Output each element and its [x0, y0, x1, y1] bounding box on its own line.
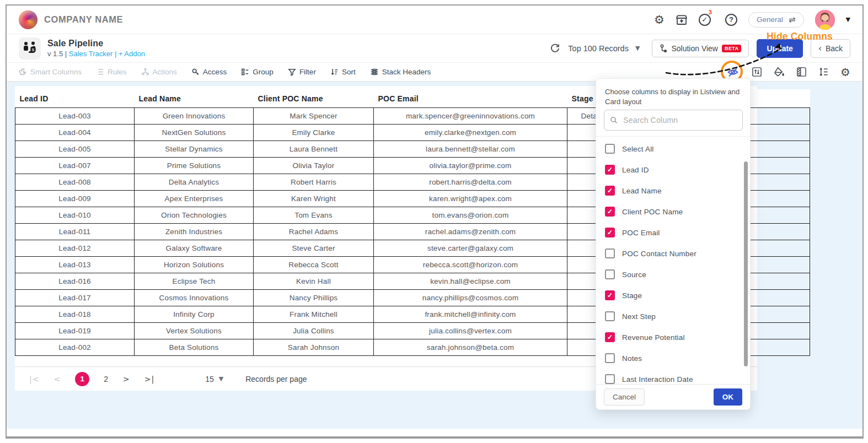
refresh-icon[interactable] [550, 43, 560, 53]
checkbox-checked-icon[interactable]: ✓ [605, 165, 615, 175]
tasks-icon[interactable]: ✓ 3 [699, 14, 714, 26]
table-cell[interactable]: Delta Analytics [135, 174, 254, 191]
table-cell[interactable]: mark.spencer@greeninnovations.com [374, 108, 567, 125]
column-search-input[interactable] [622, 115, 737, 125]
filter-button[interactable]: Filter [288, 68, 316, 76]
table-cell[interactable]: sarah.johnson@beta.com [374, 339, 567, 356]
checkbox-checked-icon[interactable]: ✓ [605, 186, 615, 196]
column-option[interactable]: Select All [605, 138, 740, 159]
table-cell[interactable]: Lead-016 [15, 273, 135, 290]
table-cell[interactable]: Laura Bennett [254, 141, 374, 158]
column-option[interactable]: Notes [605, 348, 740, 369]
table-cell[interactable]: Infinity Corp [135, 306, 254, 323]
profile-caret-icon[interactable]: ▼ [846, 16, 850, 23]
table-cell[interactable]: emily.clarke@nextgen.com [374, 125, 567, 141]
table-cell[interactable]: Kevin Hall [254, 273, 374, 290]
ok-button[interactable]: OK [714, 388, 742, 406]
rules-button[interactable]: Rules [96, 68, 127, 76]
records-scope-dropdown[interactable]: Top 100 Records ▼ [568, 44, 640, 53]
access-button[interactable]: Access [191, 68, 227, 76]
table-cell[interactable]: Mark Spencer [254, 108, 374, 125]
checkbox-unchecked-icon[interactable] [605, 269, 615, 279]
column-option[interactable]: Next Step [605, 306, 740, 327]
column-option[interactable]: ✓Client POC Name [605, 201, 740, 222]
table-cell[interactable]: Cosmos Innovations [135, 290, 254, 306]
checkbox-unchecked-icon[interactable] [605, 144, 615, 154]
checkbox-unchecked-icon[interactable] [605, 374, 615, 384]
table-cell[interactable]: Horizon Solutions [135, 257, 254, 273]
table-cell[interactable]: Lead-011 [15, 224, 135, 240]
table-cell[interactable]: Steve Carter [254, 240, 374, 257]
checkbox-unchecked-icon[interactable] [605, 311, 615, 321]
hide-columns-button[interactable] [726, 65, 740, 79]
table-cell[interactable]: Lead-019 [15, 323, 135, 339]
help-icon[interactable]: ? [725, 14, 737, 26]
table-cell[interactable]: Lead-013 [15, 257, 135, 273]
table-cell[interactable]: Nancy Phillips [254, 290, 374, 306]
group-button[interactable]: Group [241, 68, 274, 76]
table-cell[interactable]: Zenith Industries [135, 224, 254, 240]
table-cell[interactable]: Olivia Taylor [254, 158, 374, 174]
table-cell[interactable]: Lead-018 [15, 306, 135, 323]
table-cell[interactable]: Tom Evans [254, 207, 374, 224]
table-cell[interactable]: steve.carter@galaxy.com [374, 240, 567, 257]
table-cell[interactable]: Stellar Dynamics [135, 141, 254, 158]
table-cell[interactable]: laura.bennett@stellar.com [374, 141, 567, 158]
table-cell[interactable]: Lead-007 [15, 158, 135, 174]
table-cell[interactable]: tom.evans@orion.com [374, 207, 567, 224]
solution-view-button[interactable]: Solution View BETA [652, 40, 749, 57]
table-cell[interactable]: Vertex Solutions [135, 323, 254, 339]
checkbox-checked-icon[interactable]: ✓ [605, 290, 615, 300]
table-cell[interactable]: Eclipse Tech [135, 273, 254, 290]
checkbox-checked-icon[interactable]: ✓ [605, 332, 615, 342]
row-height-icon[interactable] [818, 67, 829, 77]
table-cell[interactable]: Prime Solutions [135, 158, 254, 174]
last-page-button[interactable]: >| [144, 375, 154, 383]
table-cell[interactable]: Lead-002 [15, 339, 135, 356]
table-cell[interactable]: Rachel Adams [254, 224, 374, 240]
column-header[interactable]: POC Email [374, 89, 567, 108]
table-cell[interactable]: julia.collins@vertex.com [374, 323, 567, 339]
stack-headers-button[interactable]: Stack Headers [370, 68, 431, 76]
table-cell[interactable]: Emily Clarke [254, 125, 374, 141]
cancel-button[interactable]: Cancel [604, 388, 645, 406]
settings-icon[interactable]: ⚙ [654, 13, 665, 26]
table-cell[interactable]: nancy.phillips@cosmos.com [374, 290, 567, 306]
table-cell[interactable]: Lead-003 [15, 108, 135, 125]
table-cell[interactable]: Robert Harris [254, 174, 374, 191]
column-option[interactable]: POC Contact Number [605, 243, 740, 264]
column-option[interactable]: Source [605, 264, 740, 285]
breadcrumb[interactable]: Sales Tracker | + Addon [69, 50, 145, 58]
column-option[interactable]: ✓Lead ID [605, 159, 740, 180]
table-cell[interactable]: rebecca.scott@horizon.com [374, 257, 567, 273]
column-header[interactable]: Lead ID [15, 89, 135, 108]
checkbox-checked-icon[interactable]: ✓ [605, 207, 615, 217]
checkbox-unchecked-icon[interactable] [605, 248, 615, 258]
table-cell[interactable]: Lead-009 [15, 191, 135, 207]
table-cell[interactable]: Julia Collins [254, 323, 374, 339]
page-size-dropdown[interactable]: 15 ▼ [205, 375, 223, 383]
first-page-button[interactable]: |< [29, 375, 39, 383]
page-1-button[interactable]: 1 [75, 372, 89, 386]
column-search[interactable] [604, 110, 743, 131]
column-header[interactable]: Client POC Name [254, 89, 374, 108]
table-cell[interactable]: karen.wright@apex.com [374, 191, 567, 207]
workspace-switcher[interactable]: General ⇌ [748, 12, 804, 28]
table-cell[interactable]: Galaxy Software [135, 240, 254, 257]
table-cell[interactable]: kevin.hall@eclipse.com [374, 273, 567, 290]
table-cell[interactable]: Karen Wright [254, 191, 374, 207]
table-cell[interactable]: Frank Mitchell [254, 306, 374, 323]
table-cell[interactable]: NextGen Solutions [135, 125, 254, 141]
table-cell[interactable]: Lead-005 [15, 141, 135, 158]
table-cell[interactable]: frank.mitchell@infinity.com [374, 306, 567, 323]
table-cell[interactable]: Lead-004 [15, 125, 135, 141]
checkbox-unchecked-icon[interactable] [605, 353, 615, 363]
table-cell[interactable]: Apex Enterprises [135, 191, 254, 207]
table-cell[interactable]: Sarah Johnson [254, 339, 374, 356]
column-option[interactable]: ✓POC Email [605, 222, 740, 243]
table-cell[interactable]: Beta Solutions [135, 339, 254, 356]
next-page-button[interactable]: > [123, 375, 130, 383]
grid-settings-icon[interactable]: ⚙ [840, 66, 850, 79]
fill-color-icon[interactable] [774, 67, 785, 77]
table-cell[interactable]: Green Innovations [135, 108, 254, 125]
